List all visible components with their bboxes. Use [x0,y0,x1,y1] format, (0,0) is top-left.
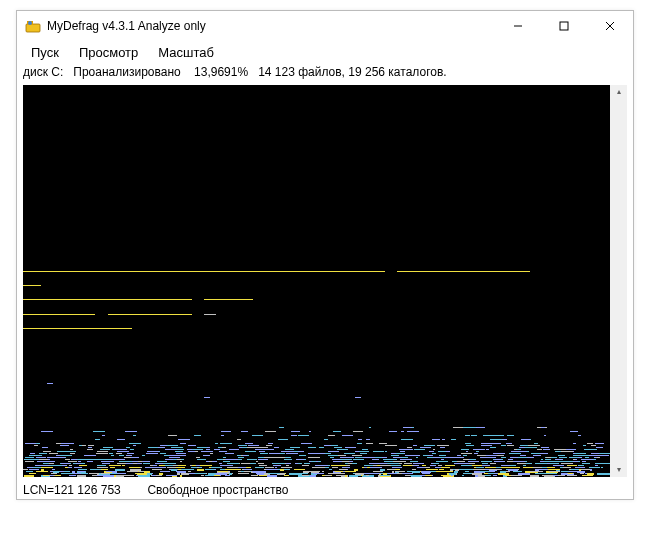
status-top: диск C: Проанализировано 13,9691% 14 123… [17,63,633,81]
minimize-button[interactable] [495,11,541,41]
maximize-icon [559,21,569,31]
app-icon [25,18,41,34]
titlebar[interactable]: MyDefrag v4.3.1 Analyze only [17,11,633,41]
scroll-up-icon[interactable]: ▴ [613,87,624,97]
diskmap[interactable] [23,85,627,477]
close-button[interactable] [587,11,633,41]
status-bottom: LCN=121 126 753 Свободное пространство [17,481,633,499]
maximize-button[interactable] [541,11,587,41]
app-window: MyDefrag v4.3.1 Analyze only Пуск Просмо… [16,10,634,500]
window-title: MyDefrag v4.3.1 Analyze only [47,19,206,33]
scroll-down-icon[interactable]: ▾ [613,465,624,475]
dirs-word: каталогов. [388,65,446,79]
space-label: Свободное пространство [147,483,288,497]
svg-rect-4 [560,22,568,30]
analysis-percent: 13,9691% [194,65,248,79]
files-count: 14 123 [258,65,295,79]
dirs-count: 19 256 [348,65,385,79]
svg-rect-0 [26,24,40,32]
menu-zoom[interactable]: Масштаб [148,43,224,62]
disk-label: диск C: [23,65,63,79]
svg-point-2 [28,21,32,25]
close-icon [605,21,615,31]
lcn-label: LCN= [23,483,54,497]
lcn-value: 121 126 753 [54,483,121,497]
diskmap-container: ▴ ▾ [23,85,627,477]
files-word: файлов, [298,65,345,79]
menu-run[interactable]: Пуск [21,43,69,62]
minimize-icon [513,21,523,31]
menu-view[interactable]: Просмотр [69,43,148,62]
analysis-state: Проанализировано [73,65,180,79]
diskmap-scrollbar[interactable]: ▴ ▾ [610,85,627,477]
menubar: Пуск Просмотр Масштаб [17,41,633,63]
